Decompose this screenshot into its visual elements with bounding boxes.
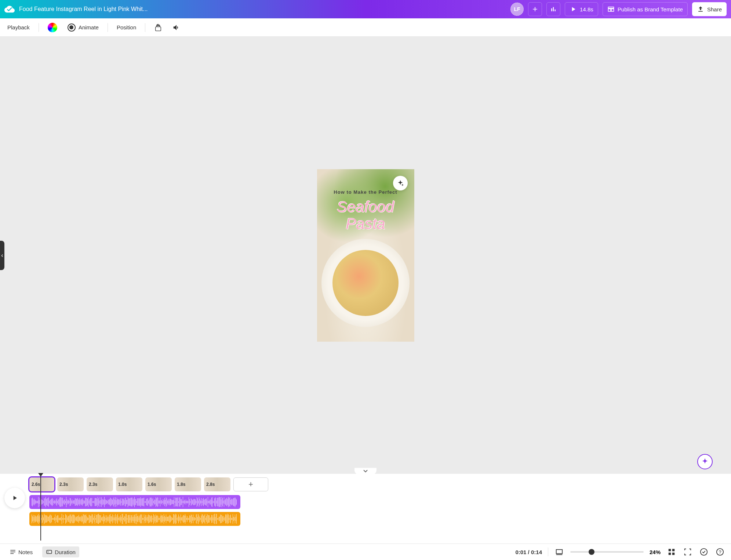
lock-button[interactable] — [153, 21, 164, 34]
cloud-sync-icon — [4, 4, 15, 14]
share-icon — [697, 6, 704, 13]
sparkle-button[interactable] — [393, 176, 408, 190]
publish-template-button[interactable]: Publish as Brand Template — [603, 2, 688, 16]
sparkle-plus-icon — [397, 179, 404, 187]
notes-icon — [10, 549, 16, 555]
playback-button[interactable]: Playback — [6, 22, 31, 33]
sparkle-icon — [701, 458, 709, 466]
time-display: 0:01 / 0:14 — [515, 549, 542, 555]
zoom-thumb[interactable] — [589, 549, 594, 555]
play-icon — [570, 6, 577, 13]
user-avatar[interactable]: LF — [510, 3, 524, 16]
divider — [108, 23, 108, 32]
audio-track-voiceover[interactable] — [29, 512, 240, 526]
timeline-clip[interactable]: 2.6s — [29, 477, 54, 491]
add-clip-button[interactable]: + — [233, 477, 268, 491]
help-icon: ? — [716, 548, 724, 556]
clock-icon — [46, 549, 52, 555]
bottom-bar: Notes Duration 0:01 / 0:14 24% ? — [0, 543, 731, 560]
document-title[interactable]: Food Feature Instagram Reel in Light Pin… — [19, 6, 506, 12]
divider — [548, 548, 548, 556]
ai-assistant-button[interactable] — [697, 454, 713, 469]
grid-view-button[interactable] — [666, 547, 677, 557]
arc-text[interactable]: How to Make the Perfect — [334, 189, 397, 195]
svg-text:?: ? — [719, 549, 721, 555]
pasta-image — [332, 250, 399, 316]
template-icon — [607, 6, 615, 13]
add-collaborator-button[interactable] — [528, 2, 542, 16]
editor-toolbar: Playback Animate Position — [0, 18, 731, 37]
top-bar: Food Feature Instagram Reel in Light Pin… — [0, 0, 731, 18]
audio-track-music[interactable] — [29, 495, 240, 509]
plate-image — [321, 239, 410, 327]
timeline-clip[interactable]: 2.3s — [87, 477, 113, 491]
timeline-clip[interactable]: 2.8s — [204, 477, 230, 491]
collapse-canvas-button[interactable] — [354, 468, 377, 474]
svg-rect-1 — [556, 550, 563, 554]
svg-rect-2 — [669, 549, 671, 551]
divider — [145, 23, 145, 32]
view-mode-button[interactable] — [554, 547, 564, 557]
timeline-clip[interactable]: 2.3s — [57, 477, 84, 491]
fullscreen-button[interactable] — [683, 547, 693, 557]
svg-rect-0 — [47, 550, 52, 554]
volume-button[interactable] — [171, 21, 182, 34]
color-picker-button[interactable] — [46, 21, 59, 34]
canvas-area: ‹ How to Make the Perfect Seafood Pasta — [0, 37, 731, 474]
timeline-content: 2.6s2.3s2.3s1.0s1.6s1.8s2.8s+ — [29, 477, 727, 541]
timeline-area: 2.6s2.3s2.3s1.0s1.6s1.8s2.8s+ — [0, 474, 731, 543]
animate-button[interactable]: Animate — [66, 21, 100, 34]
play-duration-button[interactable]: 14.8s — [565, 2, 598, 16]
duration-button[interactable]: Duration — [42, 546, 79, 557]
timeline-clip[interactable]: 1.8s — [175, 477, 201, 491]
checkmark-button[interactable] — [699, 547, 709, 557]
clips-row: 2.6s2.3s2.3s1.0s1.6s1.8s2.8s+ — [29, 477, 727, 492]
svg-rect-5 — [672, 553, 674, 555]
checkmark-circle-icon — [700, 548, 708, 556]
share-button[interactable]: Share — [692, 2, 727, 16]
main-title[interactable]: Seafood Pasta — [337, 199, 394, 232]
fullscreen-icon — [684, 548, 692, 556]
play-icon — [11, 494, 18, 502]
svg-rect-4 — [669, 553, 671, 555]
waveform — [32, 497, 238, 507]
chevron-down-icon — [363, 470, 368, 473]
volume-icon — [172, 23, 181, 32]
plus-icon — [531, 6, 539, 13]
side-panel-handle[interactable]: ‹ — [0, 241, 4, 270]
timeline-play-button[interactable] — [4, 488, 25, 508]
divider — [39, 23, 39, 32]
grid-icon — [668, 548, 676, 556]
view-icon — [555, 548, 563, 556]
playhead[interactable] — [40, 473, 41, 541]
timeline-clip[interactable]: 1.0s — [116, 477, 142, 491]
color-wheel-icon — [48, 23, 57, 32]
timeline-clip[interactable]: 1.6s — [145, 477, 172, 491]
svg-point-6 — [701, 549, 707, 555]
notes-button[interactable]: Notes — [6, 546, 36, 557]
help-button[interactable]: ? — [715, 547, 725, 557]
position-button[interactable]: Position — [115, 22, 138, 33]
svg-rect-3 — [672, 549, 674, 551]
unlock-icon — [154, 23, 162, 32]
animate-icon — [68, 23, 76, 32]
zoom-level: 24% — [650, 549, 661, 555]
duration-label: 14.8s — [580, 6, 593, 12]
canvas-frame[interactable]: How to Make the Perfect Seafood Pasta — [317, 169, 414, 342]
chart-icon — [550, 6, 557, 13]
waveform — [32, 514, 238, 524]
analytics-button[interactable] — [546, 2, 560, 16]
zoom-slider[interactable] — [570, 551, 644, 553]
